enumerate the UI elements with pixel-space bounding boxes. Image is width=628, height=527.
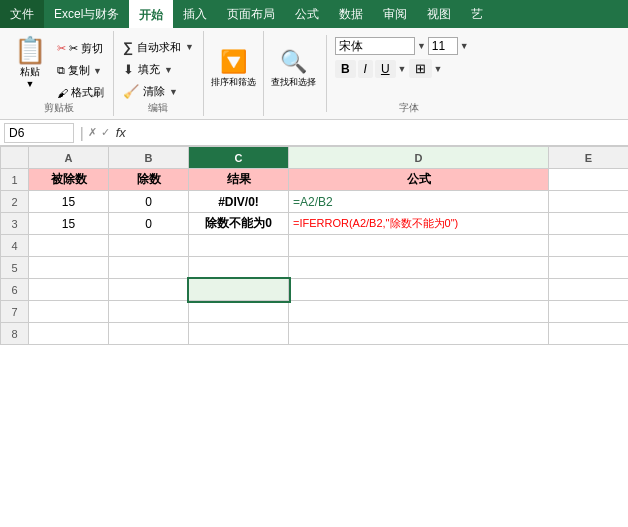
autosum-button[interactable]: ∑ 自动求和 ▼	[120, 37, 197, 57]
col-header-b[interactable]: B	[109, 147, 189, 169]
cell-a3[interactable]: 15	[29, 213, 109, 235]
cell-c2[interactable]: #DIV/0!	[189, 191, 289, 213]
cell-d4[interactable]	[289, 235, 549, 257]
cell-e4[interactable]	[549, 235, 629, 257]
formula-input[interactable]	[130, 124, 624, 142]
col-header-e[interactable]: E	[549, 147, 629, 169]
cell-c4[interactable]	[189, 235, 289, 257]
table-row: 2 15 0 #DIV/0! =A2/B2	[1, 191, 629, 213]
font-style-row: B I U ▼ ⊞ ▼	[335, 59, 483, 78]
row-num-6: 6	[1, 279, 29, 301]
toolbar-divider	[326, 35, 327, 112]
cut-button[interactable]: ✂ ✂ 剪切	[54, 39, 107, 58]
copy-icon: ⧉	[57, 64, 65, 77]
cell-a2[interactable]: 15	[29, 191, 109, 213]
table-row: 8	[1, 323, 629, 345]
row-num-3: 3	[1, 213, 29, 235]
cell-a1[interactable]: 被除数	[29, 169, 109, 191]
clear-button[interactable]: 🧹 清除 ▼	[120, 82, 197, 101]
cell-e1[interactable]	[549, 169, 629, 191]
copy-label: 复制	[68, 63, 90, 78]
paste-button[interactable]: 📋 粘贴 ▼	[10, 35, 50, 91]
cell-d6[interactable]	[289, 279, 549, 301]
spreadsheet: A B C D E 1 被除数 除数 结果 公式 2 15 0 #DI	[0, 146, 628, 345]
table-row: 3 15 0 除数不能为0 =IFERROR(A2/B2,"除数不能为0")	[1, 213, 629, 235]
menu-data[interactable]: 数据	[329, 0, 373, 28]
cell-c3[interactable]: 除数不能为0	[189, 213, 289, 235]
menu-excel[interactable]: Excel与财务	[44, 0, 129, 28]
col-header-c[interactable]: C	[189, 147, 289, 169]
row-num-5: 5	[1, 257, 29, 279]
cell-d3[interactable]: =IFERROR(A2/B2,"除数不能为0")	[289, 213, 549, 235]
menu-insert[interactable]: 插入	[173, 0, 217, 28]
cell-c1[interactable]: 结果	[189, 169, 289, 191]
menu-view[interactable]: 视图	[417, 0, 461, 28]
cell-e8[interactable]	[549, 323, 629, 345]
underline-button[interactable]: U	[375, 60, 396, 78]
font-name-input[interactable]	[335, 37, 415, 55]
sort-button[interactable]: 🔽 排序和筛选	[211, 51, 256, 89]
formula-bar-divider: |	[80, 125, 84, 141]
menu-file[interactable]: 文件	[0, 0, 44, 28]
confirm-btn[interactable]: ✓	[101, 126, 110, 139]
sort-group: 🔽 排序和筛选 排序和筛选	[204, 31, 264, 116]
fill-button[interactable]: ⬇ 填充 ▼	[120, 60, 197, 79]
menu-review[interactable]: 审阅	[373, 0, 417, 28]
cell-d2[interactable]: =A2/B2	[289, 191, 549, 213]
cell-e3[interactable]	[549, 213, 629, 235]
cell-e2[interactable]	[549, 191, 629, 213]
copy-button[interactable]: ⧉ 复制 ▼	[54, 61, 107, 80]
menu-pagelayout[interactable]: 页面布局	[217, 0, 285, 28]
cell-a7[interactable]	[29, 301, 109, 323]
col-header-a[interactable]: A	[29, 147, 109, 169]
cell-b3[interactable]: 0	[109, 213, 189, 235]
cell-c5[interactable]	[189, 257, 289, 279]
menu-home[interactable]: 开始	[129, 0, 173, 28]
cell-c7[interactable]	[189, 301, 289, 323]
format-painter-label: 格式刷	[71, 85, 104, 100]
autosum-label: 自动求和	[137, 40, 181, 55]
sort-text: 排序和筛选	[211, 77, 256, 89]
italic-button[interactable]: I	[358, 60, 373, 78]
cell-e7[interactable]	[549, 301, 629, 323]
cell-d8[interactable]	[289, 323, 549, 345]
edit-label: 编辑	[114, 101, 203, 115]
cell-ref-input[interactable]	[4, 123, 74, 143]
cell-b7[interactable]	[109, 301, 189, 323]
cell-b1[interactable]: 除数	[109, 169, 189, 191]
cell-a6[interactable]	[29, 279, 109, 301]
cell-a5[interactable]	[29, 257, 109, 279]
menu-art[interactable]: 艺	[461, 0, 493, 28]
paste-icon: 📋	[14, 37, 46, 63]
cell-c6[interactable]	[189, 279, 289, 301]
bold-button[interactable]: B	[335, 60, 356, 78]
cell-e5[interactable]	[549, 257, 629, 279]
cell-b5[interactable]	[109, 257, 189, 279]
cell-b2[interactable]: 0	[109, 191, 189, 213]
cell-a8[interactable]	[29, 323, 109, 345]
font-size-input[interactable]	[428, 37, 458, 55]
menu-formula[interactable]: 公式	[285, 0, 329, 28]
cell-b6[interactable]	[109, 279, 189, 301]
cell-e6[interactable]	[549, 279, 629, 301]
border-button[interactable]: ⊞	[409, 59, 432, 78]
cell-a4[interactable]	[29, 235, 109, 257]
cell-b4[interactable]	[109, 235, 189, 257]
cell-d7[interactable]	[289, 301, 549, 323]
cell-b8[interactable]	[109, 323, 189, 345]
border-arrow[interactable]: ▼	[434, 64, 443, 74]
cell-d1[interactable]: 公式	[289, 169, 549, 191]
cell-c8[interactable]	[189, 323, 289, 345]
format-painter-button[interactable]: 🖌 格式刷	[54, 83, 107, 102]
cell-d5[interactable]	[289, 257, 549, 279]
fx-button[interactable]: fx	[116, 125, 126, 140]
find-button[interactable]: 🔍 查找和选择	[271, 51, 316, 89]
font-name-arrow[interactable]: ▼	[417, 41, 426, 51]
col-header-d[interactable]: D	[289, 147, 549, 169]
font-size-arrow[interactable]: ▼	[460, 41, 469, 51]
find-group: 🔍 查找和选择	[264, 31, 324, 116]
underline-arrow[interactable]: ▼	[398, 64, 407, 74]
paste-arrow: ▼	[26, 79, 35, 89]
paste-label: 粘贴	[20, 65, 40, 79]
cancel-btn[interactable]: ✗	[88, 126, 97, 139]
